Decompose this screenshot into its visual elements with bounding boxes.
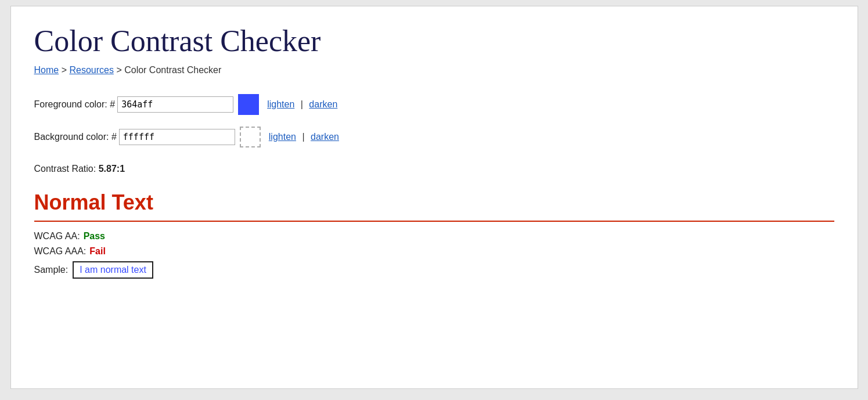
breadcrumb-current: Color Contrast Checker (124, 65, 221, 75)
foreground-row: Foreground color: # lighten | darken (34, 94, 834, 115)
wcag-aa-row: WCAG AA: Pass (34, 231, 834, 242)
background-separator: | (302, 132, 304, 142)
wcag-aa-label: WCAG AA: (34, 231, 80, 242)
background-row: Background color: # lighten | darken (34, 127, 834, 147)
background-actions: lighten | darken (269, 132, 339, 142)
wcag-aaa-result: Fail (89, 246, 106, 257)
wcag-aaa-row: WCAG AAA: Fail (34, 246, 834, 257)
contrast-ratio-value: 5.87:1 (99, 164, 125, 174)
breadcrumb-separator-1: > (62, 65, 70, 75)
wcag-aa-result: Pass (84, 231, 105, 242)
background-swatch (240, 127, 261, 147)
foreground-actions: lighten | darken (267, 99, 337, 110)
foreground-darken-link[interactable]: darken (309, 99, 337, 109)
background-label: Background color: # (34, 132, 117, 142)
breadcrumb: Home > Resources > Color Contrast Checke… (34, 65, 834, 75)
contrast-ratio-label: Contrast Ratio: (34, 164, 96, 174)
sample-label: Sample: (34, 265, 69, 275)
background-darken-link[interactable]: darken (311, 132, 339, 142)
background-input[interactable] (119, 129, 235, 145)
foreground-swatch (238, 94, 259, 115)
foreground-label: Foreground color: # (34, 99, 116, 110)
breadcrumb-resources[interactable]: Resources (69, 65, 113, 75)
foreground-separator: | (301, 99, 303, 109)
background-lighten-link[interactable]: lighten (269, 132, 296, 142)
page-container: Color Contrast Checker Home > Resources … (10, 6, 858, 389)
wcag-results: WCAG AA: Pass WCAG AAA: Fail Sample: I a… (34, 231, 834, 279)
foreground-lighten-link[interactable]: lighten (267, 99, 294, 109)
page-title: Color Contrast Checker (34, 24, 834, 58)
sample-row: Sample: I am normal text (34, 261, 834, 279)
breadcrumb-home[interactable]: Home (34, 65, 59, 75)
color-form: Foreground color: # lighten | darken Bac… (34, 94, 834, 147)
breadcrumb-separator-2: > (116, 65, 124, 75)
sample-text: I am normal text (73, 261, 153, 279)
contrast-ratio-row: Contrast Ratio: 5.87:1 (34, 164, 834, 174)
normal-text-heading: Normal Text (34, 190, 834, 222)
foreground-input[interactable] (117, 96, 233, 113)
wcag-aaa-label: WCAG AAA: (34, 246, 87, 257)
